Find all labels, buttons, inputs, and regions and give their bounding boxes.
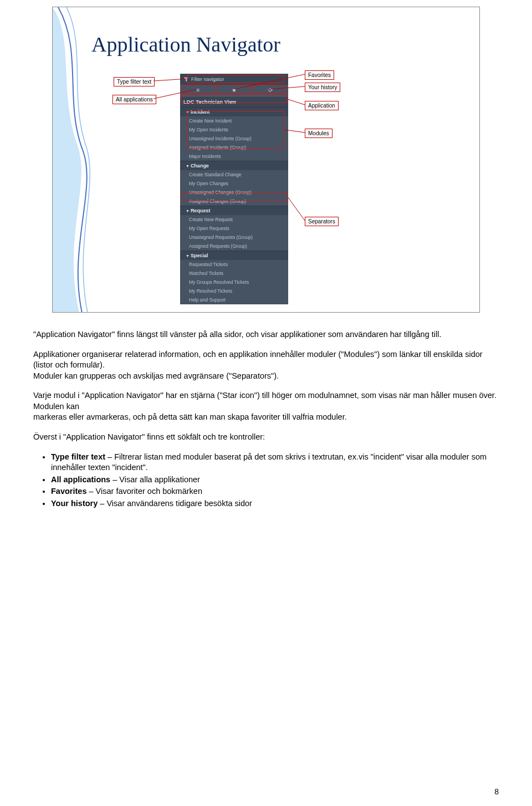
bullet-item: Type filter text – Filtrerar listan med … — [51, 452, 499, 473]
paragraph: Applikationer organiserar relaterad info… — [33, 349, 499, 382]
svg-line-4 — [288, 99, 305, 105]
paragraph: Överst i "Application Navigator" finns e… — [33, 432, 499, 443]
bullet-item: Favorites – Visar favoriter och bokmärke… — [51, 486, 499, 497]
paragraph: "Application Navigator" finns längst til… — [33, 329, 499, 340]
slide-frame: Application Navigator Filter navigator ≡… — [52, 7, 480, 313]
body-text: "Application Navigator" finns längst til… — [33, 329, 499, 509]
bullet-item: All applications – Visar alla applikatio… — [51, 475, 499, 486]
svg-line-3 — [269, 86, 305, 89]
paragraph: Varje modul i "Application Navigator" ha… — [33, 390, 499, 423]
connectors — [53, 7, 479, 312]
svg-line-1 — [154, 89, 197, 99]
svg-line-2 — [234, 74, 305, 89]
svg-line-6 — [288, 197, 305, 221]
svg-line-5 — [284, 130, 305, 132]
bullet-list: Type filter text – Filtrerar listan med … — [33, 452, 499, 509]
svg-line-0 — [154, 79, 187, 81]
bullet-item: Your history – Visar användarens tidigar… — [51, 498, 499, 509]
